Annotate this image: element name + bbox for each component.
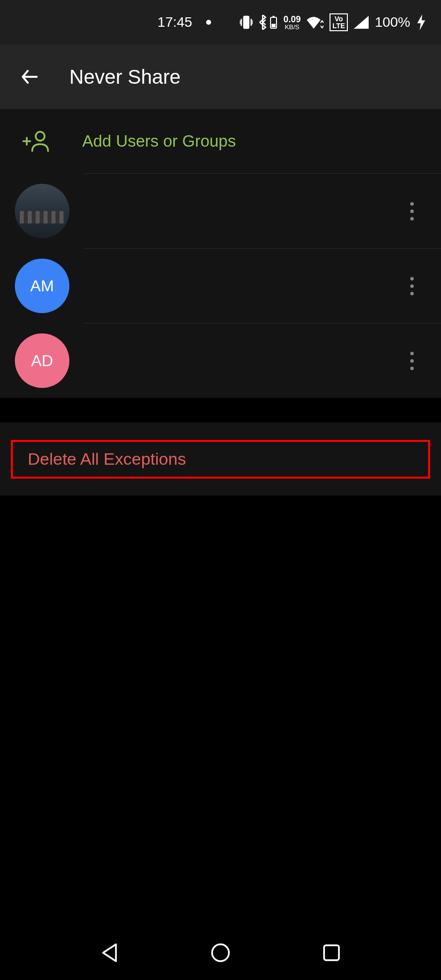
avatar: AM [15,259,69,313]
delete-all-label: Delete All Exceptions [28,449,186,469]
charging-icon [416,14,426,30]
status-icons-group: 0.09 KB/S VoLTE 100% [240,13,426,31]
status-bar: 17:45 0.09 KB/S VoLTE 100% [0,0,441,45]
svg-rect-2 [273,16,275,17]
delete-all-button[interactable]: Delete All Exceptions [11,440,430,479]
svg-rect-6 [324,945,339,960]
vibrate-icon [240,15,253,29]
user-row[interactable]: AD [0,324,441,398]
add-person-icon [22,130,50,152]
bluetooth-battery-icon [259,15,277,30]
status-dot-icon [206,20,211,25]
user-row[interactable]: AM [0,249,441,323]
back-arrow-icon[interactable] [20,67,40,87]
nav-home-icon[interactable] [210,942,231,963]
signal-icon [354,16,369,29]
wifi-icon [307,16,324,29]
delete-section: Delete All Exceptions [0,423,441,495]
avatar: AD [15,333,69,388]
svg-point-4 [36,132,45,141]
svg-rect-0 [244,16,249,28]
speed-value: 0.09 [283,15,301,24]
network-speed-indicator: 0.09 KB/S [283,15,301,30]
app-header: Never Share [0,45,441,109]
more-options-icon[interactable] [400,267,424,305]
page-title: Never Share [69,66,181,88]
svg-point-5 [212,944,229,961]
more-options-icon[interactable] [400,192,424,230]
nav-back-icon[interactable] [100,942,119,963]
status-time: 17:45 [158,14,192,30]
svg-rect-3 [272,24,276,27]
navigation-bar [0,926,441,980]
battery-percentage: 100% [375,14,410,30]
content-area: Add Users or Groups AM AD [0,109,441,398]
section-gap [0,398,441,423]
user-row[interactable] [0,174,441,248]
more-options-icon[interactable] [400,342,424,380]
avatar [15,184,69,238]
volte-icon: VoLTE [330,13,348,31]
speed-unit: KB/S [285,24,300,30]
add-users-label: Add Users or Groups [82,132,236,151]
add-users-button[interactable]: Add Users or Groups [0,109,441,173]
nav-recent-icon[interactable] [322,943,341,962]
